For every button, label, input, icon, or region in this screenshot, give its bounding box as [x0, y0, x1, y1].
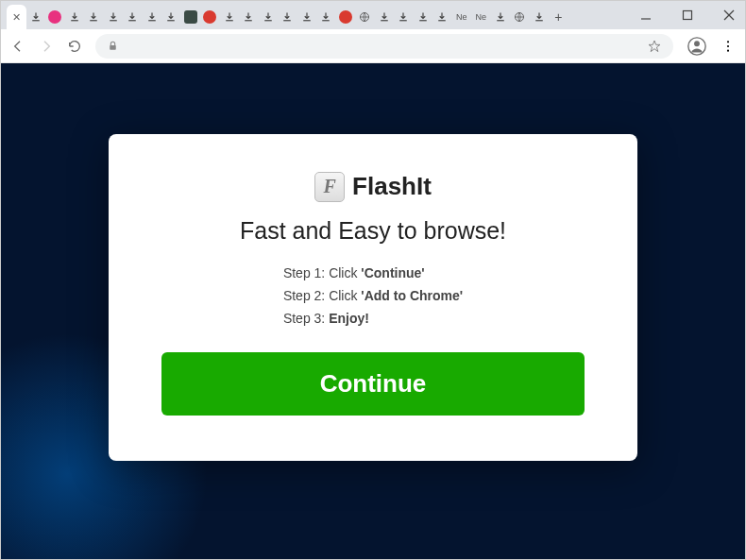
- brand-icon: F: [314, 172, 345, 202]
- tab-text: Ne: [456, 12, 467, 22]
- download-icon: [69, 11, 80, 23]
- download-icon: [301, 11, 313, 23]
- svg-rect-25: [110, 45, 116, 50]
- url-bar[interactable]: [95, 34, 673, 59]
- music-icon: [48, 10, 61, 24]
- back-icon[interactable]: [10, 39, 25, 54]
- download-icon: [30, 11, 42, 23]
- profile-icon[interactable]: [687, 36, 707, 57]
- step-2: Step 2: Click 'Add to Chrome': [283, 288, 463, 303]
- svg-point-30: [727, 49, 729, 51]
- browser-tab[interactable]: [123, 5, 143, 29]
- menu-icon[interactable]: [721, 39, 736, 54]
- browser-tab[interactable]: [65, 5, 85, 29]
- step-1: Step 1: Click 'Continue': [283, 265, 463, 280]
- download-icon: [320, 11, 331, 23]
- plus-icon: +: [554, 9, 562, 25]
- browser-tab[interactable]: [84, 5, 104, 29]
- download-icon: [436, 11, 448, 23]
- browser-tab[interactable]: [510, 5, 530, 29]
- svg-rect-22: [684, 11, 692, 20]
- download-icon: [398, 11, 409, 23]
- browser-tab[interactable]: [26, 5, 46, 29]
- download-icon: [379, 11, 390, 23]
- app-icon: [339, 10, 352, 24]
- browser-tab[interactable]: [375, 5, 395, 29]
- download-icon: [534, 11, 545, 23]
- browser-tab[interactable]: [491, 5, 511, 29]
- download-icon: [243, 11, 254, 23]
- browser-tab[interactable]: [161, 5, 181, 29]
- download-icon: [495, 11, 506, 23]
- forward-icon[interactable]: [39, 39, 54, 54]
- step-3: Step 3: Enjoy!: [283, 311, 463, 326]
- browser-tab[interactable]: [355, 5, 375, 29]
- browser-tab[interactable]: [394, 5, 414, 29]
- download-icon: [224, 11, 235, 23]
- browser-tab[interactable]: [336, 5, 356, 29]
- browser-tab[interactable]: [530, 5, 550, 29]
- download-icon: [281, 11, 293, 23]
- browser-tab[interactable]: [143, 5, 162, 29]
- browser-tab[interactable]: [414, 5, 433, 29]
- browser-tab[interactable]: [45, 5, 65, 29]
- browser-tab[interactable]: [259, 5, 279, 29]
- tab-strip: ✕NeNe +: [1, 1, 745, 29]
- browser-tab[interactable]: Ne: [452, 5, 472, 29]
- globe-icon: [514, 11, 525, 23]
- shield-icon: [184, 10, 197, 24]
- star-icon[interactable]: [647, 39, 662, 54]
- steps-list: Step 1: Click 'Continue' Step 2: Click '…: [283, 265, 463, 326]
- download-icon: [146, 11, 158, 23]
- promo-card: F FlashIt Fast and Easy to browse! Step …: [109, 134, 637, 461]
- browser-tab[interactable]: [181, 5, 201, 29]
- browser-tab[interactable]: Ne: [471, 5, 491, 29]
- lock-icon: [107, 40, 119, 52]
- tab-close-icon[interactable]: ✕: [12, 11, 21, 24]
- download-icon: [417, 11, 429, 23]
- browser-tab[interactable]: [297, 5, 317, 29]
- reload-icon[interactable]: [67, 39, 82, 54]
- download-icon: [108, 11, 119, 23]
- continue-button[interactable]: Continue: [161, 352, 585, 416]
- download-icon: [88, 11, 99, 23]
- download-icon: [165, 11, 177, 23]
- maximize-icon[interactable]: [681, 8, 694, 22]
- browser-tab[interactable]: [220, 5, 240, 29]
- close-icon[interactable]: [722, 8, 736, 22]
- globe-icon: [359, 11, 370, 23]
- browser-tab[interactable]: ✕: [7, 5, 26, 29]
- browser-tab[interactable]: [278, 5, 297, 29]
- svg-point-28: [727, 41, 729, 42]
- browser-tab[interactable]: [432, 5, 452, 29]
- page-content: pcrisk F FlashIt Fast and Easy to browse…: [1, 63, 745, 559]
- tab-text: Ne: [475, 12, 486, 22]
- headline: Fast and Easy to browse!: [161, 217, 585, 245]
- brand-name: FlashIt: [352, 172, 432, 201]
- browser-tab[interactable]: [200, 5, 220, 29]
- browser-tab[interactable]: [316, 5, 336, 29]
- browser-tab[interactable]: [104, 5, 124, 29]
- svg-point-29: [727, 44, 729, 46]
- minimize-icon[interactable]: [639, 8, 653, 22]
- app-icon: [203, 10, 216, 24]
- toolbar: [1, 29, 745, 63]
- svg-point-27: [694, 41, 700, 46]
- browser-tab[interactable]: [239, 5, 259, 29]
- download-icon: [263, 11, 274, 23]
- download-icon: [127, 11, 138, 23]
- new-tab-button[interactable]: +: [549, 5, 568, 29]
